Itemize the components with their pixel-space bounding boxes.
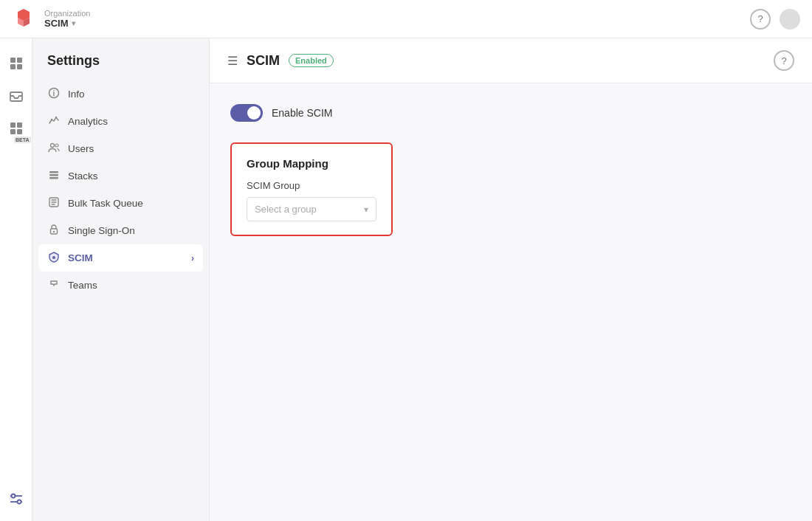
- svg-rect-0: [10, 58, 16, 63]
- analytics-icon: [47, 114, 61, 128]
- sidebar-item-bulk-task[interactable]: Bulk Task Queue: [32, 190, 209, 217]
- main-content: ☰ SCIM Enabled ? Enable SCIM Group Mappi…: [210, 38, 812, 521]
- org-name[interactable]: SCIM ▾: [44, 18, 90, 29]
- svg-point-26: [53, 231, 55, 232]
- scim-group-label: SCIM Group: [247, 180, 376, 191]
- svg-point-27: [52, 256, 55, 259]
- sidebar-item-info[interactable]: i Info: [32, 80, 209, 108]
- sidebar-item-scim[interactable]: SCIM ›: [38, 244, 203, 272]
- content-body: Enable SCIM Group Mapping SCIM Group Sel…: [210, 83, 812, 257]
- sidebar-label-sso: Single Sign-On: [68, 225, 135, 236]
- sidebar-item-analytics[interactable]: Analytics: [32, 108, 209, 135]
- enabled-badge: Enabled: [289, 54, 334, 67]
- icon-rail: BETA: [0, 38, 32, 521]
- menu-icon[interactable]: ☰: [227, 54, 238, 68]
- svg-rect-3: [17, 64, 22, 69]
- group-mapping-title: Group Mapping: [247, 157, 376, 170]
- svg-rect-5: [10, 123, 16, 128]
- settings-sidebar: Settings i Info Analytics: [32, 38, 210, 521]
- content-help-button[interactable]: ?: [774, 50, 794, 71]
- settings-title: Settings: [32, 53, 209, 80]
- dropdown-chevron-icon: ▾: [364, 204, 368, 215]
- svg-point-20: [55, 144, 58, 147]
- org-label: Organization: [44, 9, 90, 18]
- rail-inbox-icon[interactable]: [3, 83, 30, 109]
- app-logo: [12, 6, 35, 32]
- teams-icon: [47, 278, 61, 292]
- svg-point-19: [51, 144, 55, 148]
- group-select-placeholder: Select a group: [255, 204, 317, 215]
- svg-rect-7: [10, 129, 16, 134]
- sidebar-label-stacks: Stacks: [68, 170, 98, 182]
- lock-icon: [47, 224, 61, 238]
- topbar-actions: ?: [750, 9, 800, 30]
- svg-rect-8: [17, 129, 22, 134]
- org-info: Organization SCIM ▾: [44, 9, 90, 29]
- content-header-left: ☰ SCIM Enabled: [227, 53, 334, 69]
- stacks-icon: [47, 169, 61, 183]
- nav-chevron-icon: ›: [191, 253, 194, 263]
- svg-point-17: [51, 119, 52, 120]
- sidebar-label-info: Info: [68, 89, 85, 100]
- bulk-task-icon: [47, 196, 61, 210]
- sidebar-item-sso[interactable]: Single Sign-On: [32, 217, 209, 244]
- group-mapping-card: Group Mapping SCIM Group Select a group …: [230, 142, 393, 236]
- content-header: ☰ SCIM Enabled ?: [210, 38, 812, 83]
- svg-rect-4: [10, 92, 22, 101]
- svg-rect-22: [49, 174, 58, 176]
- info-icon: i: [47, 87, 61, 101]
- main-layout: BETA Settings i Info: [0, 38, 812, 521]
- group-select-dropdown[interactable]: Select a group ▾: [247, 197, 376, 221]
- svg-point-12: [17, 500, 21, 504]
- sidebar-item-stacks[interactable]: Stacks: [32, 162, 209, 190]
- svg-point-18: [55, 117, 57, 118]
- svg-rect-6: [17, 123, 22, 128]
- sidebar-item-users[interactable]: Users: [32, 135, 209, 162]
- enable-scim-row: Enable SCIM: [230, 104, 791, 122]
- sidebar-label-teams: Teams: [68, 280, 97, 291]
- svg-rect-1: [17, 58, 22, 63]
- org-chevron-icon: ▾: [72, 19, 75, 27]
- svg-rect-2: [10, 64, 16, 69]
- beta-label: BETA: [14, 137, 31, 143]
- svg-rect-23: [49, 177, 58, 179]
- users-icon: [47, 142, 61, 156]
- rail-grid-icon[interactable]: [3, 50, 30, 77]
- user-avatar[interactable]: [780, 9, 800, 30]
- page-title: SCIM: [247, 53, 280, 69]
- rail-filter-icon[interactable]: [3, 486, 30, 512]
- sidebar-item-teams[interactable]: Teams: [32, 272, 209, 299]
- sidebar-label-users: Users: [68, 143, 94, 154]
- topbar-help-button[interactable]: ?: [750, 9, 771, 30]
- topbar: Organization SCIM ▾ ?: [0, 0, 812, 38]
- enable-scim-label: Enable SCIM: [272, 107, 332, 119]
- sidebar-label-bulk-task: Bulk Task Queue: [68, 198, 143, 209]
- enable-scim-toggle[interactable]: [230, 104, 263, 122]
- shield-icon: [47, 251, 61, 265]
- svg-point-9: [11, 494, 15, 498]
- rail-beta-icon[interactable]: BETA: [3, 115, 30, 142]
- svg-rect-21: [49, 171, 58, 173]
- sidebar-label-analytics: Analytics: [68, 116, 108, 127]
- svg-text:i: i: [53, 89, 55, 97]
- sidebar-label-scim: SCIM: [68, 252, 93, 263]
